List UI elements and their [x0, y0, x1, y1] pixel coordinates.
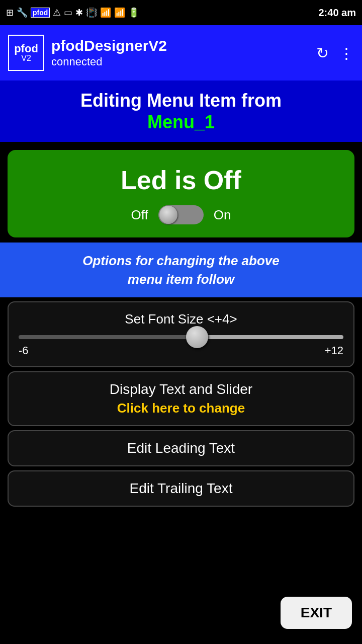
status-icons-left: ⊞ 🔧 pfod ⚠ ▭ ✱ 📳 📶 📶 🔋 — [6, 7, 139, 18]
exit-button[interactable]: EXIT — [281, 597, 352, 629]
wrench-icon: 🔧 — [17, 7, 28, 18]
logo-text-v2: V2 — [21, 54, 31, 62]
more-options-icon[interactable]: ⋮ — [339, 44, 354, 62]
font-size-min: -6 — [19, 344, 29, 357]
logo-text-pfod: pfod — [14, 43, 38, 54]
app-bar: pfod V2 pfodDesignerV2 connected ↻ ⋮ — [0, 25, 362, 80]
app-icon: pfod — [31, 8, 50, 18]
bluetooth-icon: ✱ — [75, 7, 83, 18]
divider-1 — [0, 142, 362, 145]
app-bar-actions: ↻ ⋮ — [316, 44, 354, 62]
display-text-card[interactable]: Display Text and Slider Click here to ch… — [8, 371, 354, 426]
app-title: pfodDesignerV2 — [51, 37, 316, 54]
edit-trailing-label: Edit Trailing Text — [19, 480, 343, 497]
warning-icon: ⚠ — [53, 7, 61, 18]
toggle-row: Off On — [131, 205, 231, 224]
font-size-slider[interactable] — [19, 335, 343, 339]
status-time: 2:40 am — [319, 7, 356, 19]
editing-title: Editing Menu Item from Menu_1 — [10, 90, 352, 133]
font-size-range-row: -6 +12 — [19, 344, 343, 357]
font-size-label: Set Font Size <+4> — [125, 311, 237, 327]
led-preview-card: Led is Off Off On — [8, 150, 354, 237]
toggle-off-label: Off — [131, 207, 148, 223]
options-banner: Options for changing the above menu item… — [0, 243, 362, 297]
screen-icon: ▭ — [64, 7, 72, 18]
edit-trailing-card[interactable]: Edit Trailing Text — [8, 470, 354, 507]
edit-leading-label: Edit Leading Text — [19, 440, 343, 456]
signal-icon: 📶 — [114, 7, 125, 18]
options-line2: menu item follow — [128, 272, 234, 287]
display-text-label: Display Text and Slider — [19, 381, 343, 397]
app-title-block: pfodDesignerV2 connected — [51, 37, 316, 68]
toggle-knob — [159, 206, 177, 224]
led-status-text: Led is Off — [121, 165, 241, 195]
editing-line1: Editing Menu Item from — [80, 90, 282, 111]
add-icon: ⊞ — [6, 7, 14, 18]
wifi-icon: 📶 — [100, 7, 111, 18]
font-size-max: +12 — [325, 344, 343, 357]
toggle-on-label: On — [214, 207, 231, 223]
font-slider-track — [19, 335, 343, 339]
options-line1: Options for changing the above — [82, 253, 279, 268]
status-bar: ⊞ 🔧 pfod ⚠ ▭ ✱ 📳 📶 📶 🔋 2:40 am — [0, 0, 362, 25]
options-text: Options for changing the above menu item… — [10, 252, 352, 288]
font-size-card: Set Font Size <+4> -6 +12 — [8, 301, 354, 367]
battery-icon: 🔋 — [128, 7, 139, 18]
toggle-switch[interactable] — [158, 205, 204, 224]
refresh-icon[interactable]: ↻ — [316, 44, 329, 62]
app-logo: pfod V2 — [8, 35, 44, 71]
display-text-action[interactable]: Click here to change — [19, 400, 343, 416]
editing-header: Editing Menu Item from Menu_1 — [0, 80, 362, 142]
edit-leading-card[interactable]: Edit Leading Text — [8, 430, 354, 466]
editing-menu-name: Menu_1 — [147, 112, 215, 132]
connection-status: connected — [51, 55, 316, 68]
vibrate-icon: 📳 — [86, 7, 97, 18]
